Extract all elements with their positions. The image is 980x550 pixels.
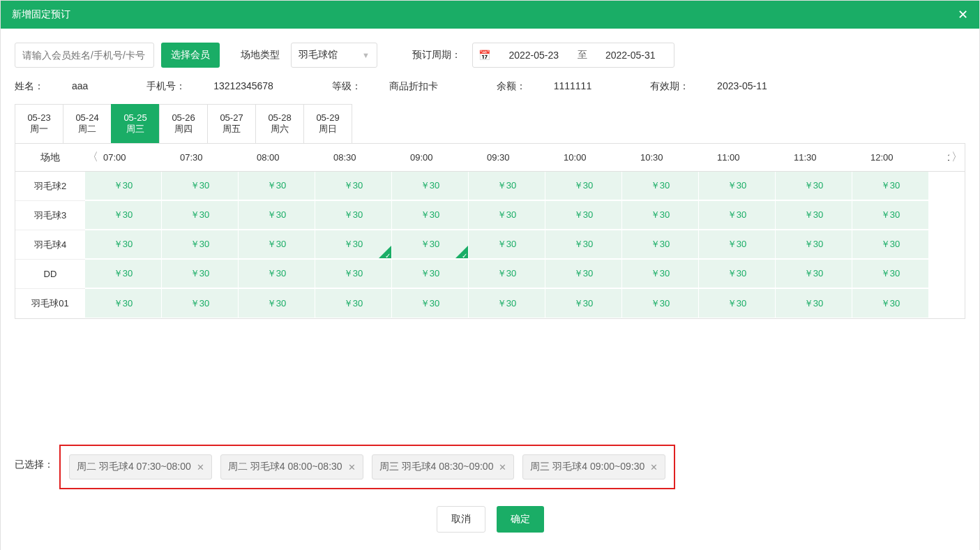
slot-cell[interactable]: ￥30 <box>392 201 469 230</box>
slot-cell[interactable]: ￥30 <box>852 289 929 318</box>
slot-cell[interactable]: ￥30 <box>699 289 776 318</box>
slot-cell[interactable]: ￥30 <box>622 230 699 259</box>
date-tabs: 05-23周一05-24周二05-25周三05-26周四05-27周五05-28… <box>15 104 965 144</box>
slot-cell[interactable]: ￥30 <box>776 201 852 230</box>
date-tab[interactable]: 05-26周四 <box>159 104 208 143</box>
slot-cell[interactable]: ￥30 <box>85 230 162 259</box>
slot-cell[interactable]: ￥30 <box>392 260 469 288</box>
slot-cell[interactable]: ￥30 <box>392 289 469 318</box>
selected-tag: 周三 羽毛球4 09:00~09:30✕ <box>522 454 665 480</box>
slot-cell[interactable]: ￥30 <box>776 172 852 200</box>
member-info-row: 姓名：aaa 手机号：13212345678 等级：商品折扣卡 余额：11111… <box>15 80 965 93</box>
slot-cell[interactable]: ￥30 <box>85 260 162 288</box>
venue-type-label: 场地类型 <box>241 49 280 61</box>
slot-cell[interactable]: ￥30 <box>622 172 699 200</box>
slot-cell[interactable]: ￥30 <box>622 289 699 318</box>
time-column-header: 08:00 <box>254 152 331 163</box>
slot-cell[interactable]: ￥30 <box>776 260 852 288</box>
date-tab[interactable]: 05-27周五 <box>207 104 256 143</box>
date-tab[interactable]: 05-23周一 <box>15 104 63 143</box>
scroll-left-icon[interactable]: 〈 <box>85 144 100 171</box>
slot-cell[interactable]: ￥30 <box>699 230 776 259</box>
slot-cell[interactable]: ￥30 <box>699 172 776 200</box>
date-to: 2022-05-31 <box>593 50 669 61</box>
tag-remove-icon[interactable]: ✕ <box>348 462 356 473</box>
slot-cell[interactable]: ￥30 <box>545 201 622 230</box>
slot-cell[interactable]: ￥30 <box>469 289 545 318</box>
slot-cell[interactable]: ￥30 <box>469 230 545 259</box>
venue-row-header: 羽毛球4 <box>15 230 85 260</box>
slot-cell[interactable]: ￥30 <box>699 201 776 230</box>
slot-cell[interactable]: ￥30 <box>545 172 622 200</box>
slot-cell[interactable]: ￥30 <box>239 260 315 288</box>
selected-tags-box: 周二 羽毛球4 07:30~08:00✕周二 羽毛球4 08:00~08:30✕… <box>59 445 675 489</box>
slot-cell[interactable]: ￥30 <box>162 289 239 318</box>
date-tab[interactable]: 05-25周三 <box>111 104 160 143</box>
dialog-body: 选择会员 场地类型 羽毛球馆 ▼ 预订周期： 📅 2022-05-23 至 20… <box>1 29 979 550</box>
slot-cell[interactable]: ￥30 <box>852 172 929 200</box>
slot-cell[interactable]: ￥30 <box>776 289 852 318</box>
calendar-icon: 📅 <box>478 50 490 61</box>
slot-cell[interactable]: ￥30 <box>699 260 776 288</box>
slot-cell[interactable]: ￥30 <box>239 289 315 318</box>
slot-cell[interactable]: ￥30 <box>622 260 699 288</box>
date-separator: 至 <box>578 49 587 61</box>
slot-cell[interactable]: ￥30 <box>852 260 929 288</box>
slot-cell[interactable]: ￥30 <box>315 289 392 318</box>
venue-row-header: 羽毛球2 <box>15 172 85 201</box>
tag-remove-icon[interactable]: ✕ <box>197 462 204 473</box>
venue-column: 羽毛球2羽毛球3羽毛球4DD羽毛球01 <box>15 172 85 318</box>
slot-cell[interactable]: ￥30 <box>545 289 622 318</box>
slot-cell[interactable]: ￥30 <box>315 260 392 288</box>
slot-cell[interactable]: ￥30 <box>239 201 315 230</box>
slot-cell[interactable]: ￥30 <box>315 201 392 230</box>
slot-cell[interactable]: ￥30 <box>162 260 239 288</box>
slot-cell[interactable]: ￥30 <box>852 201 929 230</box>
date-tab[interactable]: 05-24周二 <box>63 104 112 143</box>
tag-remove-icon[interactable]: ✕ <box>499 462 506 473</box>
member-search-input[interactable] <box>15 43 154 68</box>
tag-remove-icon[interactable]: ✕ <box>650 462 658 473</box>
time-column-header: 10:30 <box>638 152 714 163</box>
time-column-header: 12:30 <box>944 152 949 163</box>
slots-area: ￥30￥30￥30￥30￥30￥30￥30￥30￥30￥30￥30￥30￥30￥… <box>85 172 965 318</box>
slot-cell[interactable]: ￥30 <box>162 172 239 200</box>
slot-cell[interactable]: ￥30 <box>239 230 315 259</box>
slot-cell[interactable]: ￥30 <box>622 201 699 230</box>
slot-cell[interactable]: ￥30 <box>852 230 929 259</box>
slot-cell[interactable]: ￥30 <box>545 230 622 259</box>
slot-cell[interactable]: ￥30 <box>239 172 315 200</box>
slot-cell[interactable]: ￥30 <box>392 230 469 259</box>
slot-cell[interactable]: ￥30 <box>469 172 545 200</box>
venue-row-header: 羽毛球3 <box>15 201 85 230</box>
booking-period-label: 预订周期： <box>412 49 461 61</box>
scroll-right-icon[interactable]: 〉 <box>949 144 965 171</box>
venue-type-select[interactable]: 羽毛球馆 ▼ <box>291 43 377 68</box>
dialog-header: 新增固定预订 ✕ <box>1 1 979 29</box>
grid-body: 羽毛球2羽毛球3羽毛球4DD羽毛球01 ￥30￥30￥30￥30￥30￥30￥3… <box>15 172 965 318</box>
slot-cell[interactable]: ￥30 <box>162 230 239 259</box>
slot-cell[interactable]: ￥30 <box>85 172 162 200</box>
slot-cell[interactable]: ￥30 <box>85 289 162 318</box>
slot-cell[interactable]: ￥30 <box>162 201 239 230</box>
slot-cell[interactable]: ￥30 <box>315 230 392 259</box>
cancel-button[interactable]: 取消 <box>437 506 485 533</box>
date-tab[interactable]: 05-28周六 <box>255 104 304 143</box>
select-member-button[interactable]: 选择会员 <box>161 43 220 68</box>
slot-cell[interactable]: ￥30 <box>469 260 545 288</box>
slot-cell[interactable]: ￥30 <box>392 172 469 200</box>
slot-cell[interactable]: ￥30 <box>85 201 162 230</box>
close-icon[interactable]: ✕ <box>958 7 968 22</box>
info-phone: 手机号：13212345678 <box>146 80 301 91</box>
slot-cell[interactable]: ￥30 <box>545 260 622 288</box>
slot-cell[interactable]: ￥30 <box>315 172 392 200</box>
confirm-button[interactable]: 确定 <box>497 506 544 533</box>
slot-row: ￥30￥30￥30￥30￥30￥30￥30￥30￥30￥30￥30 <box>85 289 965 318</box>
date-range-picker[interactable]: 📅 2022-05-23 至 2022-05-31 <box>472 43 674 68</box>
slot-cell[interactable]: ￥30 <box>469 201 545 230</box>
slot-cell[interactable]: ￥30 <box>776 230 852 259</box>
tag-text: 周二 羽毛球4 08:00~08:30 <box>228 461 342 473</box>
chevron-down-icon: ▼ <box>362 51 370 59</box>
date-tab[interactable]: 05-29周日 <box>303 104 352 143</box>
slot-row: ￥30￥30￥30￥30￥30￥30￥30￥30￥30￥30￥30 <box>85 230 965 260</box>
